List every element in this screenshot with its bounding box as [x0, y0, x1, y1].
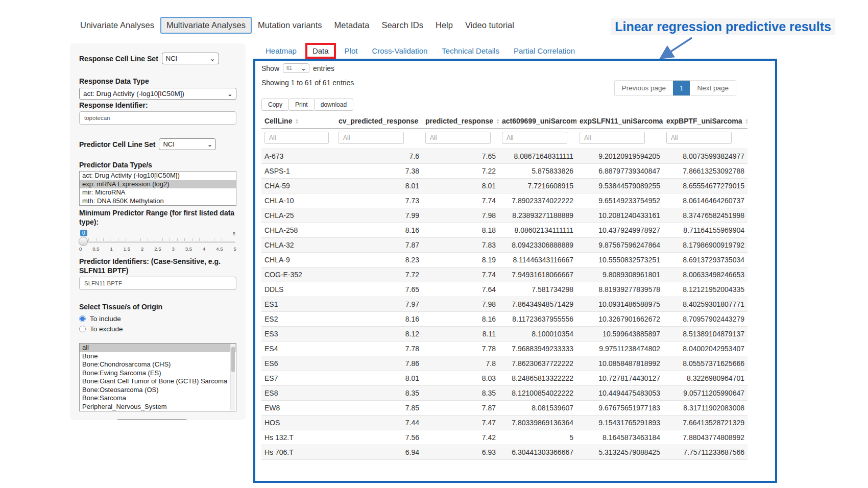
slider-handle[interactable]	[79, 237, 88, 246]
column-label: predicted_response	[425, 117, 493, 125]
cell-value: 9.53844579089255	[576, 179, 663, 193]
response-data-type-value: act: Drug Activity (-log10[IC50M])	[83, 90, 184, 97]
tab-heatmap[interactable]: Heatmap	[258, 43, 304, 58]
cell-value: 8.35	[422, 386, 499, 401]
table-row: CHLA-107.737.747.890233740222229.6514923…	[261, 193, 748, 208]
cell-line-name: A-673	[261, 149, 335, 164]
show-entries-value: 61	[286, 65, 292, 71]
predictor-data-type-option-exp[interactable]: exp: mRNA Expression (log2)	[80, 180, 236, 189]
tab-partial-correlation[interactable]: Partial Correlation	[507, 43, 582, 58]
table-row: ES38.128.118.10001035410.5996438858978.5…	[261, 327, 748, 341]
nav-item-univariate-analyses[interactable]: Univariate Analyses	[74, 17, 160, 34]
cell-value: 9.15431765291893	[576, 416, 663, 430]
cell-value: 7.8	[422, 356, 499, 371]
table-row: DDLS7.657.647.5817342988.819392778395788…	[261, 282, 748, 297]
cell-value: 10.3267901662672	[576, 312, 663, 327]
filter-input-act609699-unisarcoma[interactable]	[502, 132, 567, 144]
table-row: CHLA-2588.168.188.0860213411111110.43792…	[261, 223, 748, 238]
column-header-cellline[interactable]: CellLine▲▼	[261, 113, 335, 129]
filter-input-cv-predicted-response[interactable]	[339, 132, 404, 144]
nav-item-mutation-variants[interactable]: Mutation variants	[252, 17, 328, 34]
filter-input-predicted-response[interactable]	[425, 132, 491, 144]
predictor-cell-line-set-select[interactable]: NCI ⌄	[159, 138, 216, 150]
download-button[interactable]: download	[314, 99, 353, 111]
filter-input-expbptf-unisarcoma[interactable]	[666, 132, 732, 144]
cell-value: 7.96883949233333	[499, 341, 576, 356]
tissue-radio-to-exclude[interactable]: To exclude	[79, 324, 236, 334]
column-header-expslfn11-unisarcoma[interactable]: expSLFN11_uniSarcoma▲▼	[576, 113, 663, 129]
min-predictor-range-slider[interactable]: 0 5 00.511.522.533.544.55	[80, 230, 235, 253]
column-label: cv_predicted_response	[339, 117, 418, 125]
scrollbar-thumb[interactable]	[231, 347, 235, 372]
slider-track[interactable]	[80, 241, 235, 243]
predictor-identifiers-input[interactable]	[79, 277, 236, 290]
current-page-button[interactable]: 1	[673, 81, 690, 95]
cell-value: 9.97511238474802	[576, 341, 663, 356]
scrollbar[interactable]	[230, 344, 235, 410]
cell-value: 10.5550832573251	[576, 253, 663, 267]
filter-cell	[499, 129, 576, 149]
cell-line-name: COG-E-352	[261, 267, 335, 282]
column-header-predicted-response[interactable]: predicted_response▲▼	[422, 113, 499, 129]
response-cell-line-set-select[interactable]: NCI ⌄	[162, 53, 219, 64]
predictor-data-type-option-act[interactable]: act: Drug Activity (-log10[IC50M])	[80, 172, 236, 180]
column-header-expbptf-unisarcoma[interactable]: expBPTF_uniSarcoma▲▼	[663, 113, 748, 129]
chevron-down-icon: ⌄	[301, 66, 306, 71]
tissue-option-peripheral-nervous-system[interactable]: Peripheral_Nervous_System	[80, 403, 236, 411]
tissue-option-bone[interactable]: Bone	[80, 352, 236, 361]
tissue-option-all[interactable]: all	[80, 344, 236, 352]
cell-value: 8.12121952004335	[663, 282, 748, 297]
cell-value: 10.2081240433161	[576, 208, 663, 223]
print-button[interactable]: Print	[288, 99, 315, 111]
cell-value: 5	[499, 430, 576, 445]
column-header-act609699-unisarcoma[interactable]: act609699_uniSarcoma▲▼	[499, 113, 576, 129]
response-identifier-input[interactable]	[79, 111, 236, 125]
nav-item-video-tutorial[interactable]: Video tutorial	[459, 17, 520, 34]
next-page-button[interactable]: Next page	[690, 81, 736, 95]
tissue-radio-to-include[interactable]: To include	[79, 313, 236, 324]
tab-plot[interactable]: Plot	[337, 43, 365, 58]
cell-value: 8.81939277839578	[576, 282, 663, 297]
cell-value: 8.23	[335, 253, 422, 267]
nav-item-search-ids[interactable]: Search IDs	[375, 17, 429, 34]
tissue-option-bone-chondrosarcoma-chs[interactable]: Bone:Chondrosarcoma (CHS)	[80, 360, 236, 369]
slider-tick-label: 4.5	[216, 246, 223, 252]
cell-value: 7.97	[335, 297, 422, 312]
column-header-cv-predicted-response[interactable]: cv_predicted_response▲▼	[335, 113, 422, 129]
response-data-type-select[interactable]: act: Drug Activity (-log10[IC50M]) ⌄	[79, 88, 236, 100]
cell-value: 8.18	[422, 223, 499, 238]
tissue-option-bone-osteosarcoma-os[interactable]: Bone:Osteosarcoma (OS)	[80, 386, 236, 395]
show-entries-select[interactable]: 61 ⌄	[283, 63, 309, 73]
cell-value: 6.88797739340847	[576, 164, 663, 179]
tissue-option-bone-giant-cell-tumor-of-bone-gctb-sarcoma[interactable]: Bone:Giant Cell Tumor of Bone (GCTB) Sar…	[80, 377, 236, 386]
tissue-option-bone-sarcoma[interactable]: Bone:Sarcoma	[80, 394, 236, 403]
copy-button[interactable]: Copy	[261, 99, 289, 111]
nav-item-metadata[interactable]: Metadata	[328, 17, 376, 34]
predictor-data-type-option-mir[interactable]: mir: MicroRNA	[80, 188, 236, 197]
radio-label: To include	[90, 315, 121, 323]
tab-cross-validation[interactable]: Cross-Validation	[365, 43, 435, 58]
predictor-data-type-option-mth[interactable]: mth: DNA 850K Methylation	[80, 197, 236, 206]
cell-value: 7.581734298	[499, 282, 576, 297]
cell-line-name: Hs 132.T	[261, 430, 335, 445]
tissue-option-bone-ewing-sarcoma-es[interactable]: Bone:Ewing Sarcoma (ES)	[80, 369, 236, 378]
tab-technical-details[interactable]: Technical Details	[435, 43, 507, 58]
tab-data[interactable]: Data	[305, 43, 336, 59]
cell-value: 7.42	[422, 430, 499, 445]
radio-unchecked-icon	[79, 326, 86, 332]
table-header-row: CellLine▲▼cv_predicted_response▲▼predict…	[261, 113, 748, 129]
filter-input-cellline[interactable]	[264, 132, 329, 144]
nav-item-help[interactable]: Help	[429, 17, 459, 34]
filter-input-expslfn11-unisarcoma[interactable]	[580, 132, 645, 144]
cell-value: 8.03	[422, 371, 499, 386]
table-row: CHA-598.018.017.72166089159.538445790892…	[261, 179, 748, 193]
algorithm-select[interactable]: Linear Regression ⌄	[116, 419, 187, 420]
cell-line-name: HOS	[261, 416, 335, 430]
cell-value: 9.87567596247864	[576, 238, 663, 253]
nav-item-multivariate-analyses[interactable]: Multivariate Analyses	[160, 17, 252, 34]
cell-line-name: CHLA-10	[261, 193, 335, 208]
cell-value: 5.875833826	[499, 164, 576, 179]
cell-value: 9.65149233754952	[576, 193, 663, 208]
sort-icon: ▲▼	[496, 118, 499, 125]
previous-page-button[interactable]: Previous page	[615, 81, 673, 95]
